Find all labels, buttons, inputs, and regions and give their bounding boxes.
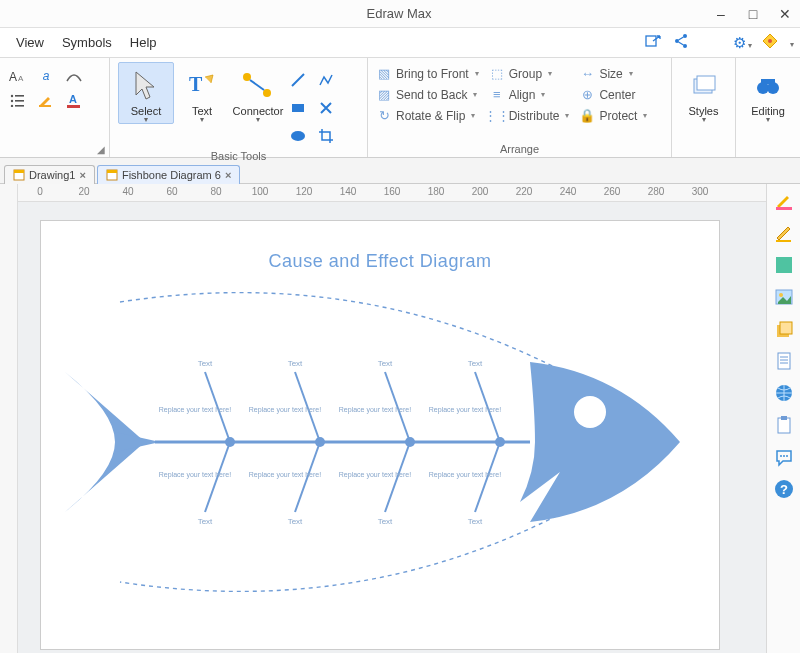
bullet-list-icon[interactable] — [8, 92, 28, 108]
connector-icon — [238, 67, 278, 105]
document-icon — [13, 169, 25, 181]
rect-shape-icon[interactable] — [286, 96, 310, 120]
bring-to-front-button[interactable]: ▧Bring to Front▾ — [376, 66, 479, 81]
font-color-icon[interactable]: A — [64, 92, 84, 108]
ruler-tick: 240 — [560, 186, 577, 197]
menu-view[interactable]: View — [16, 35, 44, 50]
help-icon[interactable]: ? — [773, 478, 795, 500]
close-window-button[interactable]: ✕ — [776, 6, 794, 22]
clipboard-icon[interactable] — [773, 414, 795, 436]
select-tool[interactable]: Select ▾ — [118, 62, 174, 124]
bone-label: Text — [468, 359, 483, 368]
svg-rect-52 — [778, 353, 790, 369]
svg-rect-20 — [292, 104, 304, 112]
send-to-back-button[interactable]: ▨Send to Back▾ — [376, 87, 479, 102]
ruler-tick: 260 — [604, 186, 621, 197]
diagram-title[interactable]: Cause and Effect Diagram — [41, 221, 719, 272]
theme-paint-icon[interactable] — [773, 190, 795, 212]
page[interactable]: Cause and Effect Diagram — [40, 220, 720, 650]
group-icon: ⬚ — [489, 66, 505, 81]
ruler-tick: 60 — [166, 186, 177, 197]
crop-icon[interactable] — [314, 124, 338, 148]
canvas[interactable]: Cause and Effect Diagram — [18, 202, 766, 653]
fill-swatch-icon[interactable] — [773, 254, 795, 276]
svg-point-9 — [11, 100, 13, 102]
align-icon: ≡ — [489, 87, 505, 102]
ruler-vertical[interactable] — [0, 184, 18, 653]
comment-icon[interactable] — [773, 446, 795, 468]
highlight-icon[interactable] — [36, 92, 56, 108]
ruler-horizontal[interactable]: 0 20 40 60 80 100 120 140 160 180 200 22… — [18, 184, 766, 202]
ruler-tick: 120 — [296, 186, 313, 197]
layer-icon[interactable] — [773, 318, 795, 340]
bone-label: Text — [198, 517, 213, 526]
size-button[interactable]: ↔Size▾ — [579, 66, 647, 81]
svg-rect-46 — [776, 240, 791, 242]
cause-label: Replace your text here! — [429, 471, 501, 479]
cause-label: Replace your text here! — [159, 471, 231, 479]
tab-fishbone[interactable]: Fishbone Diagram 6 × — [97, 165, 241, 184]
svg-rect-26 — [761, 79, 775, 84]
styles-button[interactable]: Styles ▾ — [680, 62, 727, 124]
svg-rect-58 — [781, 416, 787, 420]
align-button[interactable]: ≡Align▾ — [489, 87, 570, 102]
gear-icon[interactable]: ⚙ — [733, 34, 752, 52]
ellipse-shape-icon[interactable] — [286, 124, 310, 148]
text-tool[interactable]: T Text ▾ — [174, 62, 230, 124]
bone-label: Text — [378, 359, 393, 368]
app-logo-menu[interactable] — [788, 36, 794, 50]
ribbon-group-arrange: ▧Bring to Front▾ ▨Send to Back▾ ↻Rotate … — [368, 58, 672, 157]
center-button[interactable]: ⊕Center — [579, 87, 647, 102]
group-button[interactable]: ⬚Group▾ — [489, 66, 570, 81]
ribbon-group-styles: Styles ▾ — [672, 58, 736, 157]
rotate-flip-button[interactable]: ↻Rotate & Flip▾ — [376, 108, 479, 123]
size-icon: ↔ — [579, 66, 595, 81]
share-icon[interactable] — [673, 33, 689, 53]
bring-front-icon: ▧ — [376, 66, 392, 81]
cause-label: Replace your text here! — [249, 471, 321, 479]
cursor-icon — [126, 67, 166, 105]
styles-icon — [684, 67, 724, 105]
page-icon[interactable] — [773, 350, 795, 372]
line-shape-icon[interactable] — [286, 68, 310, 92]
app-logo-icon[interactable] — [762, 33, 778, 52]
font-group-launcher[interactable]: ◢ — [97, 144, 105, 155]
cause-label: Replace your text here! — [339, 406, 411, 414]
svg-rect-10 — [15, 100, 24, 102]
globe-icon[interactable] — [773, 382, 795, 404]
pencil-icon[interactable] — [773, 222, 795, 244]
document-icon — [106, 169, 118, 181]
picture-icon[interactable] — [773, 286, 795, 308]
polyline-shape-icon[interactable] — [314, 68, 338, 92]
curve-tool-icon[interactable] — [64, 68, 84, 84]
menu-help[interactable]: Help — [130, 35, 157, 50]
ribbon-group-editing: Editing ▾ — [736, 58, 800, 157]
fishbone-diagram[interactable]: Text Text Text Text Text Text Text Text … — [60, 272, 700, 612]
close-tab-icon[interactable]: × — [79, 169, 85, 181]
export-icon[interactable] — [645, 33, 663, 53]
svg-point-18 — [263, 89, 271, 97]
svg-point-59 — [780, 455, 782, 457]
connector-tool[interactable]: Connector ▾ — [230, 62, 286, 124]
protect-button[interactable]: 🔒Protect▾ — [579, 108, 647, 123]
svg-point-31 — [574, 396, 606, 428]
close-tab-icon[interactable]: × — [225, 169, 231, 181]
close-x-icon[interactable] — [314, 96, 338, 120]
basic-tools-caption: Basic Tools — [118, 148, 359, 162]
ribbon: AA a A ◢ Select ▾ — [0, 58, 800, 158]
app-title: Edraw Max — [86, 6, 712, 21]
maximize-button[interactable]: □ — [744, 6, 762, 22]
cause-label: Replace your text here! — [249, 406, 321, 414]
svg-text:A: A — [9, 70, 17, 83]
ruler-tick: 200 — [472, 186, 489, 197]
script-icon[interactable]: a — [36, 68, 56, 84]
window-controls: – □ ✕ — [712, 6, 794, 22]
minimize-button[interactable]: – — [712, 6, 730, 22]
distribute-button[interactable]: ⋮⋮Distribute▾ — [489, 108, 570, 123]
shape-quick-grid — [286, 62, 338, 148]
font-size-icon[interactable]: AA — [8, 68, 28, 84]
menu-symbols[interactable]: Symbols — [62, 35, 112, 50]
tab-drawing1[interactable]: Drawing1 × — [4, 165, 95, 184]
workspace: 0 20 40 60 80 100 120 140 160 180 200 22… — [0, 184, 800, 653]
editing-button[interactable]: Editing ▾ — [744, 62, 792, 124]
